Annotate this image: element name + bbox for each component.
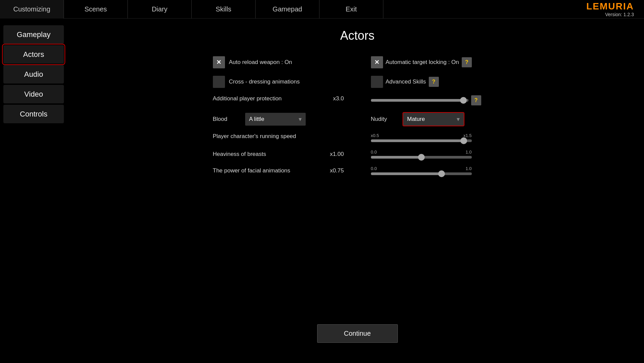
sidebar-item-actors[interactable]: Actors [3,45,64,64]
heaviness-min-label: 0.0 [371,150,377,155]
nav-gamepad[interactable]: Gamepad [256,0,319,19]
auto-reload-label: Auto reload weapon : On [229,59,292,66]
advanced-skills-help-button[interactable]: ? [429,77,439,87]
continue-button[interactable]: Continue [317,324,398,343]
facial-label: The power of facial animations [213,167,323,174]
protection-slider-row: Additional player protection x3.0 [213,95,344,105]
heaviness-slider-col: 0.0 1.0 [371,150,502,159]
protection-slider-thumb [460,97,467,104]
nav-exit[interactable]: Exit [319,0,383,19]
running-speed-label: Player character's running speed [213,133,296,139]
protection-slider-right: ? [371,95,502,105]
heaviness-slider-thumb [418,154,425,161]
blood-row: Blood A little ▾ [213,113,344,126]
auto-reload-toggle[interactable]: ✕ [213,56,225,68]
running-speed-row: Player character's running speed [213,133,344,142]
nav-customizing[interactable]: Customizing [0,0,64,19]
facial-label-row: The power of facial animations x0.75 [213,166,344,175]
page-title: Actors [340,29,374,43]
heaviness-label: Heaviness of breasts [213,151,323,158]
sidebar-item-audio[interactable]: Audio [3,65,64,84]
facial-slider-track[interactable] [371,172,472,175]
facial-max-label: 1.0 [465,166,471,171]
heaviness-slider-track[interactable] [371,156,472,159]
nav-skills[interactable]: Skills [192,0,256,19]
facial-slider-col: 0.0 1.0 [371,166,502,175]
auto-target-toggle[interactable]: ✕ [371,56,383,68]
nudity-dropdown[interactable]: Mature ▾ [403,113,464,126]
running-speed-slider-col: x0.5 x1.5 [371,133,502,142]
nudity-selected-value: Mature [407,116,425,123]
auto-target-row: ✕ Automatic target locking : On ? [371,56,502,68]
heaviness-max-label: 1.0 [465,150,471,155]
main-content: Actors ✕ Auto reload weapon : On ✕ Autom… [71,19,644,363]
blood-dropdown-arrow-icon: ▾ [299,116,302,123]
advanced-skills-row: Advanced Skills ? [371,76,502,88]
brand-area: LEMURIA Version: 1.2.3 [586,1,644,17]
facial-value: x0.75 [327,167,344,174]
settings-grid: ✕ Auto reload weapon : On ✕ Automatic ta… [213,56,502,175]
blood-dropdown[interactable]: A little ▾ [245,113,306,126]
nav-scenes[interactable]: Scenes [64,0,128,19]
protection-value: x3.0 [327,95,344,102]
sidebar-item-controls[interactable]: Controls [3,105,64,123]
advanced-skills-label: Advanced Skills [386,78,426,85]
cross-dressing-label: Cross - dressing animations [229,78,300,85]
running-speed-slider-thumb [460,137,467,144]
cross-dressing-toggle[interactable] [213,76,225,88]
sidebar-item-video[interactable]: Video [3,85,64,103]
running-speed-min-label: x0.5 [371,133,379,138]
protection-label: Additional player protection [213,95,323,102]
heaviness-value: x1.00 [327,151,344,158]
blood-label: Blood [213,116,240,123]
x-mark-icon: ✕ [216,59,221,66]
auto-target-label: Automatic target locking : On [386,59,459,66]
heaviness-label-row: Heaviness of breasts x1.00 [213,150,344,159]
facial-min-label: 0.0 [371,166,377,171]
cross-dressing-row: Cross - dressing animations [213,76,344,88]
nudity-label: Nudity [371,116,398,123]
x-mark-icon2: ✕ [374,59,379,66]
protection-help-button[interactable]: ? [471,95,481,105]
brand-version: Version: 1.2.3 [605,12,634,17]
brand-name: LEMURIA [586,1,634,12]
nav-diary[interactable]: Diary [128,0,192,19]
protection-slider-track[interactable] [371,99,468,102]
running-speed-slider-track[interactable] [371,139,472,142]
advanced-skills-toggle[interactable] [371,76,383,88]
facial-slider-thumb [438,170,445,177]
nudity-row: Nudity Mature ▾ [371,113,502,126]
nudity-dropdown-arrow-icon: ▾ [457,116,460,123]
auto-target-help-button[interactable]: ? [462,57,472,67]
sidebar-item-gameplay[interactable]: Gameplay [3,25,64,44]
auto-reload-row: ✕ Auto reload weapon : On [213,56,344,68]
blood-selected-value: A little [249,116,264,123]
top-nav: Customizing Scenes Diary Skills Gamepad … [0,0,644,19]
sidebar: Gameplay Actors Audio Video Controls [0,19,67,123]
